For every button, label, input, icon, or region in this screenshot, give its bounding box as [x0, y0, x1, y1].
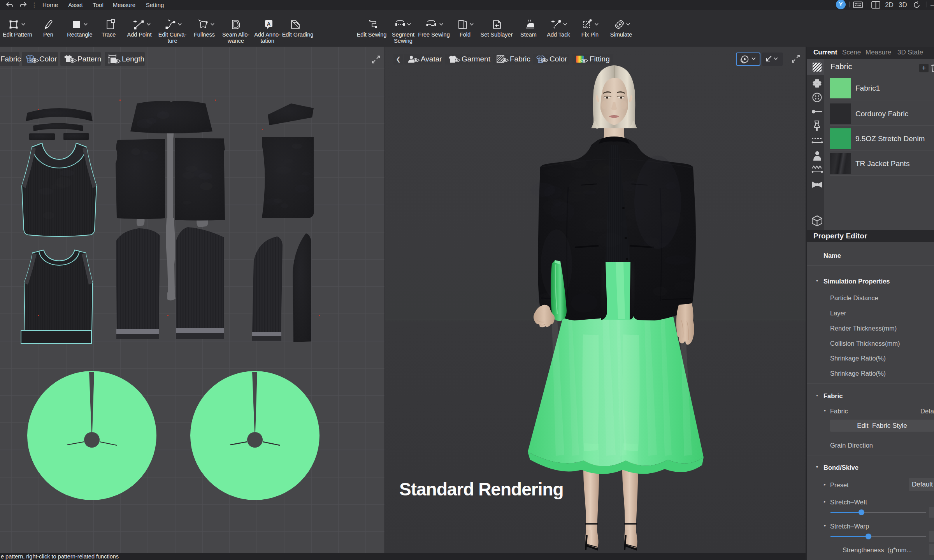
- svg-text:A: A: [267, 21, 271, 27]
